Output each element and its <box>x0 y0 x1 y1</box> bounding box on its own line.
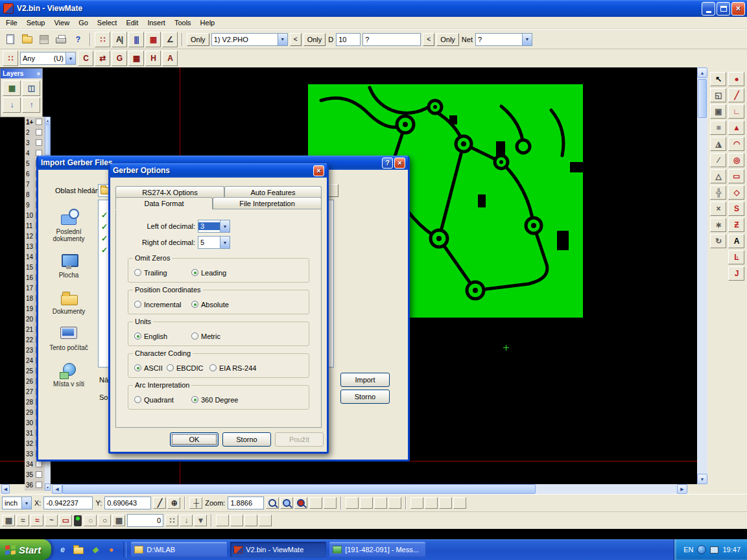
layer-stack-icon[interactable]: ▣ <box>710 104 726 119</box>
menu-item-tools[interactable]: Tools <box>170 18 196 28</box>
menu-item-go[interactable]: Go <box>74 18 93 28</box>
dot-grid-icon[interactable]: ∷ <box>95 32 110 47</box>
circle-icon-1[interactable]: ○ <box>84 515 97 526</box>
cut-icon[interactable]: × <box>710 202 726 216</box>
radio-quadrant[interactable]: Quadrant <box>134 396 191 404</box>
corner-marks-icon[interactable]: ∷ <box>3 51 18 66</box>
layer-visibility-checkbox[interactable] <box>36 139 42 146</box>
dcode-input[interactable] <box>336 33 361 46</box>
circle-code-icon[interactable]: C <box>78 51 93 66</box>
radio-eia-rs-244[interactable]: EIA RS-244 <box>209 364 256 372</box>
start-button[interactable]: Start <box>0 539 51 560</box>
pattern-icon-1[interactable] <box>216 515 229 526</box>
menu-item-setup[interactable]: Setup <box>22 18 50 28</box>
layer-table-icon[interactable]: ▦ <box>3 80 21 96</box>
previous-file-button[interactable]: < <box>290 33 302 46</box>
layer-scroll-down-button[interactable]: ▼ <box>45 484 51 491</box>
menu-item-help[interactable]: Help <box>196 18 220 28</box>
ok-button[interactable]: OK <box>170 432 219 447</box>
y-coordinate[interactable] <box>104 496 151 509</box>
gerber-close-button[interactable]: × <box>313 165 324 176</box>
rect-tool-icon[interactable]: ▭ <box>728 169 744 183</box>
layer-scroll-up-button[interactable]: ▲ <box>45 117 51 124</box>
pad-view-icon-10[interactable] <box>453 497 466 509</box>
pad-grid-icon[interactable]: ▦ <box>145 32 161 47</box>
pad-view-icon-1[interactable] <box>309 497 322 509</box>
context-help-icon[interactable]: ? <box>70 32 86 47</box>
tab-auto-features[interactable]: Auto Features <box>224 186 322 198</box>
place-plocha[interactable]: Plocha <box>42 251 95 279</box>
ie-icon[interactable]: e <box>55 542 69 557</box>
dcode-filter-input[interactable] <box>362 33 421 46</box>
wave-icon-3[interactable]: ~ <box>45 515 58 526</box>
crosshair-icon[interactable]: ┼ <box>189 497 202 509</box>
traffic-light-icon[interactable] <box>74 515 82 526</box>
aperture-text-icon[interactable]: A| <box>112 32 127 47</box>
swap-icon[interactable]: ⇄ <box>95 51 110 66</box>
arc-tool-icon[interactable]: ◠ <box>728 137 744 151</box>
import-button[interactable]: Import <box>340 373 390 387</box>
chevron-down-icon[interactable]: ▼ <box>65 52 75 64</box>
cancel-button[interactable]: Storno <box>222 432 271 447</box>
horizontal-scroll-thumb[interactable] <box>62 484 536 494</box>
restore-button[interactable] <box>717 2 730 16</box>
triangle-tool-icon[interactable]: ▲ <box>728 121 744 135</box>
vertical-scroll-thumb[interactable] <box>698 79 707 118</box>
scroll-down-button[interactable]: ▼ <box>697 474 707 484</box>
pattern-icon-4[interactable] <box>259 515 272 526</box>
dots-icon[interactable]: ∷ <box>165 515 178 526</box>
measure-angle-icon[interactable]: ∠ <box>162 32 178 47</box>
pattern-icon-3[interactable] <box>244 515 257 526</box>
pad-view-icon-5[interactable] <box>374 497 387 509</box>
browser-icon[interactable]: ● <box>104 542 118 557</box>
pad-view-icon-6[interactable] <box>388 497 401 509</box>
tab-file-interpretation[interactable]: File Interpretation <box>213 197 322 209</box>
import-cancel-button[interactable]: Storno <box>340 390 390 404</box>
layer-down-icon[interactable]: ↓ <box>3 97 21 113</box>
anchor-icon[interactable]: ↓ <box>180 515 193 526</box>
pattern-icon-2[interactable] <box>230 515 243 526</box>
origin-icon[interactable]: ⊕ <box>167 497 180 509</box>
show-desktop-icon[interactable]: ◆ <box>88 542 102 557</box>
only-net-toggle[interactable]: Only <box>436 33 459 46</box>
layer-split-icon[interactable]: ◫ <box>22 80 40 96</box>
bars-icon[interactable]: ||| <box>128 32 144 47</box>
aperture-selector[interactable]: Any (U) ▼ <box>20 52 76 65</box>
radio-ebcdic[interactable]: EBCDIC <box>167 364 209 372</box>
save-icon[interactable] <box>36 32 52 47</box>
title-bar[interactable]: V2.bin - ViewMate × <box>0 0 747 17</box>
wave-icon-4[interactable]: ▭ <box>59 515 72 526</box>
hpitch-icon[interactable]: H <box>145 51 161 66</box>
pan-left-button[interactable]: ◀ <box>1 484 10 494</box>
radio-metric[interactable]: Metric <box>191 332 220 340</box>
menu-item-select[interactable]: Select <box>93 18 122 28</box>
layer-scroll-thumb[interactable] <box>45 124 51 156</box>
radio-leading[interactable]: Leading <box>191 269 226 277</box>
radio-ascii[interactable]: ASCII <box>134 364 167 372</box>
draw-line-icon[interactable]: ╱ <box>153 497 166 509</box>
clock[interactable]: 19:47 <box>722 546 741 554</box>
pad-view-icon-2[interactable] <box>324 497 337 509</box>
layer-visibility-checkbox[interactable] <box>36 461 42 467</box>
line-tool-icon[interactable]: ╱ <box>728 88 744 102</box>
horizontal-scrollbar[interactable] <box>62 484 677 494</box>
folders-icon[interactable] <box>71 542 86 557</box>
net-selector[interactable]: ? ▼ <box>475 33 532 46</box>
scroll-left-button[interactable]: ◀ <box>52 484 62 494</box>
place-m-sta-v-s-ti[interactable]: Místa v síti <box>42 360 95 388</box>
place-posledn-dokumenty[interactable]: Poslední dokumenty <box>42 207 95 242</box>
dropdown-icon[interactable]: ▼ <box>194 515 207 526</box>
menu-item-edit[interactable]: Edit <box>121 18 143 28</box>
tray-icon-round[interactable] <box>697 545 706 554</box>
wave-icon-2[interactable]: ≈ <box>30 515 43 526</box>
radio-360-degree[interactable]: 360 Degree <box>191 396 239 404</box>
layers-panel-titlebar[interactable]: Layers × <box>1 69 42 78</box>
pad-view-icon-8[interactable] <box>425 497 438 509</box>
radio-english[interactable]: English <box>134 332 191 340</box>
trace-tool-icon[interactable]: S <box>728 202 744 216</box>
layers-close-icon[interactable]: × <box>37 71 40 77</box>
layer-visibility-checkbox[interactable] <box>36 129 42 135</box>
left-of-decimal-select[interactable]: 3 ▼ <box>198 220 230 233</box>
flash-pad-icon[interactable]: ● <box>728 72 744 86</box>
previous-dcode-button[interactable]: < <box>423 33 434 46</box>
